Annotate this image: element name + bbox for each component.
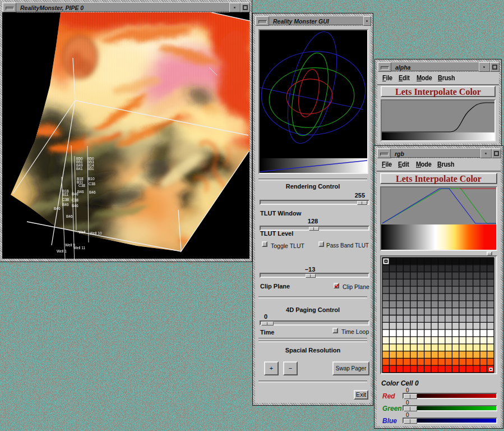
svg-text:B11: B11: [62, 192, 68, 196]
svg-text:B46: B46: [72, 192, 78, 196]
svg-text:C38: C38: [62, 198, 69, 201]
svg-text:C38: C38: [89, 182, 95, 186]
svg-text:Well 10: Well 10: [90, 231, 102, 235]
svg-text:C38: C38: [72, 198, 78, 202]
svg-text:B46: B46: [66, 214, 73, 218]
svg-text:B46: B46: [54, 207, 61, 210]
svg-text:B46: B46: [89, 190, 96, 194]
svg-text:B41: B41: [76, 167, 83, 171]
svg-text:Well 1: Well 1: [57, 249, 67, 253]
svg-text:B51: B51: [87, 167, 94, 171]
svg-text:B10: B10: [88, 177, 95, 181]
svg-text:Well: Well: [78, 230, 86, 234]
svg-text:B46: B46: [62, 203, 69, 207]
svg-text:Well 11: Well 11: [73, 246, 85, 250]
svg-text:B46: B46: [72, 204, 78, 208]
svg-text:B46: B46: [77, 190, 84, 194]
svg-text:C38: C38: [78, 184, 85, 187]
